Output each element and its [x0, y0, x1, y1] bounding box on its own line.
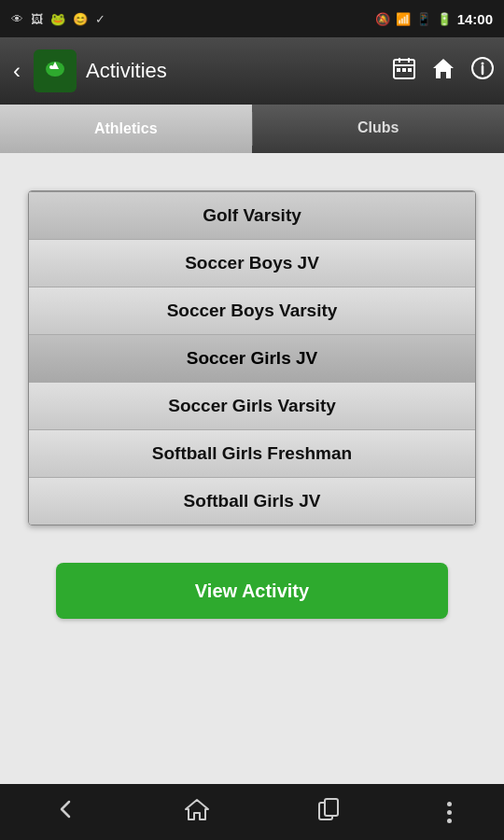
svg-point-3 — [49, 65, 53, 69]
recents-nav-icon[interactable] — [315, 796, 342, 828]
home-nav-icon[interactable] — [184, 796, 210, 828]
toolbar-left: ‹ Activities — [9, 49, 167, 92]
app-icon: 🐸 — [50, 12, 65, 26]
clock: 14:00 — [457, 11, 493, 27]
svg-rect-17 — [325, 799, 338, 816]
status-icons-right: 🔕 📶 📱 🔋 14:00 — [375, 11, 493, 27]
wifi-icon: 📶 — [396, 12, 411, 26]
home-icon[interactable] — [431, 56, 455, 86]
mute-icon: 🔕 — [375, 12, 390, 26]
notification-icon: 👁 — [11, 12, 23, 26]
calendar-icon[interactable] — [392, 56, 416, 86]
page-title: Activities — [86, 59, 167, 83]
logo-icon — [38, 54, 72, 88]
battery-icon: 🔋 — [437, 12, 452, 26]
info-icon[interactable] — [470, 56, 495, 86]
list-item[interactable]: Soccer Girls Varsity — [29, 383, 475, 430]
tab-clubs[interactable]: Clubs — [253, 105, 505, 153]
status-icons-left: 👁 🖼 🐸 😊 ✓ — [11, 12, 105, 26]
list-item[interactable]: Softball Girls Freshman — [29, 430, 475, 478]
svg-rect-10 — [408, 68, 412, 72]
check-icon: ✓ — [95, 12, 105, 26]
tab-bar: Athletics Clubs — [0, 105, 504, 153]
back-button[interactable]: ‹ — [9, 54, 24, 88]
svg-marker-15 — [186, 800, 208, 819]
bottom-nav — [0, 784, 504, 840]
status-bar: 👁 🖼 🐸 😊 ✓ 🔕 📶 📱 🔋 14:00 — [0, 0, 504, 37]
toolbar: ‹ Activities — [0, 37, 504, 105]
list-item[interactable]: Golf Varsity — [29, 191, 475, 240]
back-nav-icon[interactable] — [52, 796, 78, 828]
svg-rect-8 — [397, 68, 400, 72]
svg-rect-9 — [402, 68, 406, 72]
list-item-selected[interactable]: Soccer Girls JV — [29, 335, 475, 383]
app-logo — [34, 49, 77, 92]
tab-athletics[interactable]: Athletics — [0, 105, 252, 153]
activity-list: Golf Varsity Soccer Boys JV Soccer Boys … — [28, 190, 476, 525]
main-content: Golf Varsity Soccer Boys JV Soccer Boys … — [0, 153, 504, 784]
toolbar-actions — [392, 56, 495, 86]
list-item[interactable]: Soccer Boys Varsity — [29, 287, 475, 335]
svg-point-14 — [482, 63, 484, 65]
menu-nav-icon[interactable] — [447, 802, 452, 823]
signal-icon: 📱 — [416, 12, 431, 26]
image-icon: 🖼 — [31, 12, 43, 26]
list-item[interactable]: Softball Girls JV — [29, 478, 475, 525]
svg-marker-11 — [433, 59, 454, 78]
view-activity-button[interactable]: View Activity — [56, 563, 448, 619]
emoji-icon: 😊 — [73, 12, 88, 26]
list-item[interactable]: Soccer Boys JV — [29, 240, 475, 287]
